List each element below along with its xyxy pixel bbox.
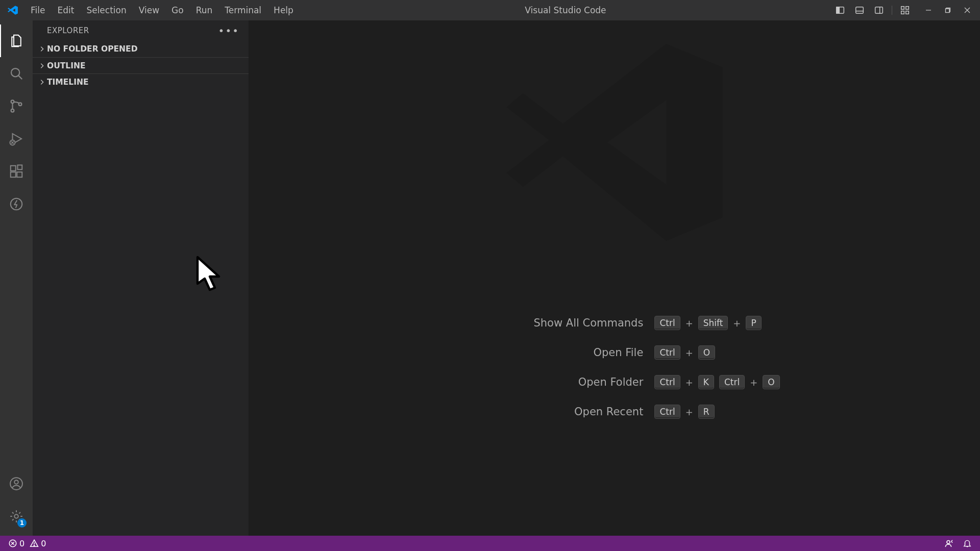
svg-point-29 <box>14 514 18 518</box>
section-outline[interactable]: OUTLINE <box>33 57 249 73</box>
section-label: OUTLINE <box>47 61 86 70</box>
sidebar-more-icon[interactable]: ••• <box>218 24 239 37</box>
activity-source-control-icon[interactable] <box>0 90 33 122</box>
svg-rect-1 <box>837 7 840 13</box>
section-timeline[interactable]: TIMELINE <box>33 73 249 90</box>
window-minimize-button[interactable] <box>920 3 937 18</box>
toggle-primary-sidebar-icon[interactable] <box>831 3 849 18</box>
svg-point-34 <box>34 545 35 546</box>
error-icon <box>8 539 17 548</box>
explorer-sidebar: EXPLORER ••• NO FOLDER OPENED OUTLINE TI… <box>33 20 249 536</box>
key: Ctrl <box>654 375 680 389</box>
key: O <box>763 375 779 389</box>
status-feedback-icon[interactable] <box>941 537 955 549</box>
menu-edit[interactable]: Edit <box>51 2 80 18</box>
shortcut-row: Open File Ctrl + O <box>449 345 779 360</box>
status-warnings-count: 0 <box>41 539 46 548</box>
svg-point-26 <box>11 198 22 210</box>
key: P <box>746 316 761 330</box>
activity-search-icon[interactable] <box>0 57 33 90</box>
svg-rect-12 <box>946 9 950 13</box>
plus-icon: + <box>685 318 693 329</box>
shortcut-label: Open Recent <box>449 406 643 418</box>
toolbar-divider <box>892 6 892 15</box>
welcome-shortcuts: Show All Commands Ctrl + Shift + P Open … <box>449 316 779 419</box>
key: Ctrl <box>654 316 680 330</box>
svg-rect-9 <box>906 11 909 14</box>
toggle-panel-icon[interactable] <box>851 3 868 18</box>
svg-rect-8 <box>901 11 904 14</box>
chevron-right-icon <box>37 79 47 86</box>
svg-point-19 <box>11 109 14 112</box>
shortcut-label: Show All Commands <box>449 317 643 329</box>
status-errors-count: 0 <box>19 539 24 548</box>
status-notifications-icon[interactable] <box>961 538 974 549</box>
activity-quick-icon[interactable] <box>0 188 33 220</box>
menu-go[interactable]: Go <box>165 2 190 18</box>
shortcut-keys: Ctrl + O <box>654 345 715 360</box>
window-maximize-button[interactable] <box>939 3 957 18</box>
menu-view[interactable]: View <box>133 2 165 18</box>
activity-bar: 1 <box>0 20 33 536</box>
menu-help[interactable]: Help <box>267 2 300 18</box>
customize-layout-icon[interactable] <box>896 3 914 18</box>
svg-line-17 <box>18 76 22 79</box>
title-bar: File Edit Selection View Go Run Terminal… <box>0 0 980 20</box>
layout-controls <box>831 3 914 18</box>
chevron-right-icon <box>37 62 47 69</box>
main-menu: File Edit Selection View Go Run Terminal… <box>24 2 300 18</box>
shortcut-keys: Ctrl + Shift + P <box>654 316 761 330</box>
key: Shift <box>698 316 728 330</box>
shortcut-keys: Ctrl + R <box>654 405 714 419</box>
svg-rect-4 <box>875 7 883 13</box>
svg-point-16 <box>11 68 19 77</box>
toggle-secondary-sidebar-icon[interactable] <box>870 3 888 18</box>
menu-file[interactable]: File <box>24 2 51 18</box>
plus-icon: + <box>685 407 693 417</box>
sidebar-header: EXPLORER ••• <box>33 20 249 41</box>
editor-area: Show All Commands Ctrl + Shift + P Open … <box>249 20 980 536</box>
section-label: TIMELINE <box>47 78 89 87</box>
key: K <box>698 375 714 389</box>
sidebar-title: EXPLORER <box>47 26 89 35</box>
vscode-watermark-icon <box>497 25 732 260</box>
window-close-button[interactable] <box>959 3 976 18</box>
plus-icon: + <box>685 347 693 358</box>
activity-run-debug-icon[interactable] <box>0 122 33 155</box>
key: O <box>698 345 715 360</box>
svg-rect-24 <box>17 172 22 177</box>
activity-settings-icon[interactable]: 1 <box>0 500 33 533</box>
activity-explorer-icon[interactable] <box>0 24 33 57</box>
svg-rect-22 <box>11 166 16 171</box>
menu-terminal[interactable]: Terminal <box>218 2 267 18</box>
svg-point-28 <box>14 480 18 484</box>
plus-icon: + <box>733 318 741 329</box>
shortcut-row: Show All Commands Ctrl + Shift + P <box>449 316 779 330</box>
chevron-right-icon <box>37 45 47 53</box>
shortcut-label: Open File <box>449 346 643 359</box>
menu-run[interactable]: Run <box>190 2 219 18</box>
shortcut-row: Open Recent Ctrl + R <box>449 405 779 419</box>
svg-rect-23 <box>11 172 16 177</box>
svg-rect-25 <box>18 165 22 170</box>
key: Ctrl <box>654 405 680 419</box>
menu-selection[interactable]: Selection <box>80 2 132 18</box>
activity-accounts-icon[interactable] <box>0 467 33 500</box>
warning-icon <box>30 539 39 548</box>
key: Ctrl <box>719 375 745 389</box>
status-bar: 0 0 <box>0 536 980 551</box>
vscode-logo-icon <box>6 4 19 17</box>
svg-point-20 <box>19 103 22 106</box>
svg-rect-7 <box>906 7 909 10</box>
svg-rect-6 <box>901 7 904 10</box>
svg-point-18 <box>11 100 14 103</box>
window-title: Visual Studio Code <box>300 5 831 15</box>
shortcut-label: Open Folder <box>449 376 643 388</box>
activity-extensions-icon[interactable] <box>0 155 33 188</box>
shortcut-row: Open Folder Ctrl + K Ctrl + O <box>449 375 779 389</box>
plus-icon: + <box>685 377 693 388</box>
section-no-folder[interactable]: NO FOLDER OPENED <box>33 41 249 57</box>
svg-point-35 <box>947 541 950 544</box>
shortcut-keys: Ctrl + K Ctrl + O <box>654 375 779 389</box>
status-problems[interactable]: 0 0 <box>6 538 48 549</box>
